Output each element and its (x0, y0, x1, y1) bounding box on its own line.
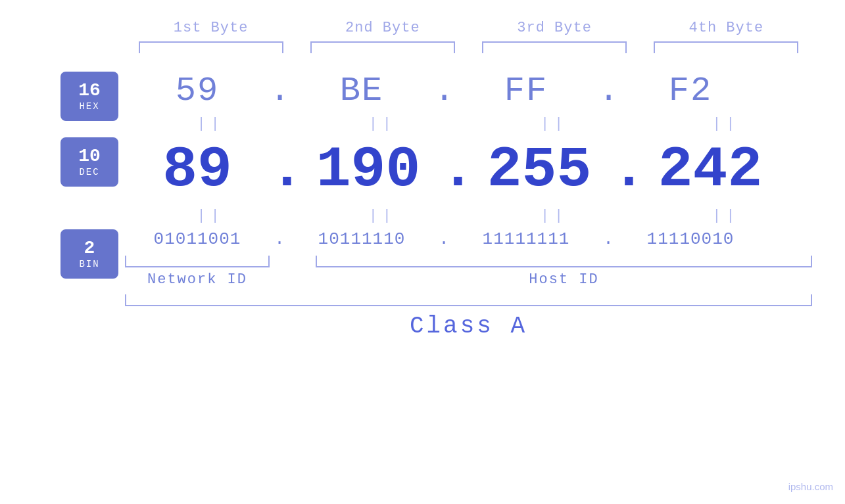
byte4-header: 4th Byte (654, 20, 798, 36)
eq2-3: || (482, 205, 627, 227)
class-label: Class A (410, 313, 527, 340)
hex-badge-label: HEX (79, 101, 99, 112)
hex-byte4: F2 (618, 72, 763, 110)
byte1-header: 1st Byte (139, 20, 283, 36)
bin-byte4: 11110010 (618, 229, 763, 249)
bracket-top-4 (654, 41, 798, 53)
bin-badge: 2 BIN (60, 229, 118, 279)
equals-row-1: || || || || (33, 113, 812, 135)
bracket-top-2 (310, 41, 455, 53)
main-container: 1st Byte 2nd Byte 3rd Byte 4th Byte 16 H… (0, 0, 845, 504)
bin-badge-label: BIN (79, 259, 99, 269)
eq1-3: || (482, 113, 627, 135)
eq1-4: || (654, 113, 798, 135)
eq2-2: || (310, 205, 455, 227)
bin-dot1: . (270, 229, 289, 249)
hex-dot2: . (434, 72, 454, 110)
host-id-bracket (316, 256, 812, 267)
hex-dot1: . (270, 72, 289, 110)
dec-byte1: 89 (125, 137, 270, 202)
bin-dot3: . (598, 229, 618, 249)
dec-byte3: 255 (467, 137, 612, 202)
full-bracket-row (33, 294, 812, 306)
dec-badge: 10 DEC (60, 137, 118, 187)
watermark: ipshu.com (788, 481, 833, 492)
hex-badge: 16 HEX (60, 72, 118, 121)
dec-badge-number: 10 (78, 147, 101, 167)
network-id-label: Network ID (125, 271, 270, 288)
eq1-2: || (310, 113, 455, 135)
class-label-row: Class A (33, 313, 812, 340)
bin-byte2: 10111110 (289, 229, 434, 249)
byte3-header: 3rd Byte (482, 20, 627, 36)
hex-badge-number: 16 (78, 81, 101, 101)
dec-badge-label: DEC (79, 167, 99, 177)
byte-headers: 1st Byte 2nd Byte 3rd Byte 4th Byte (33, 20, 812, 36)
eq1-1: || (139, 113, 283, 135)
equals-row-2: || || || || (33, 205, 812, 227)
dec-byte2: 190 (296, 137, 441, 202)
bracket-top-1 (139, 41, 283, 53)
dec-dot3: . (612, 137, 638, 202)
eq2-1: || (139, 205, 283, 227)
bracket-top-3 (482, 41, 627, 53)
bin-dot2: . (434, 229, 454, 249)
top-brackets (33, 41, 812, 53)
bin-byte1: 01011001 (125, 229, 270, 249)
eq2-4: || (654, 205, 798, 227)
dec-dot2: . (441, 137, 467, 202)
bin-byte3: 11111111 (454, 229, 598, 249)
bin-badge-number: 2 (84, 239, 95, 259)
byte2-header: 2nd Byte (310, 20, 455, 36)
id-labels: Network ID Host ID (33, 271, 812, 288)
bottom-brackets (33, 256, 812, 267)
hex-byte2: BE (289, 72, 434, 110)
hex-dot3: . (598, 72, 618, 110)
network-id-bracket (125, 256, 270, 267)
hex-byte3: FF (454, 72, 598, 110)
dec-byte4: 242 (638, 137, 783, 202)
full-bracket (125, 294, 812, 306)
host-id-label: Host ID (316, 271, 812, 288)
dec-dot1: . (270, 137, 296, 202)
hex-byte1: 59 (125, 72, 270, 110)
